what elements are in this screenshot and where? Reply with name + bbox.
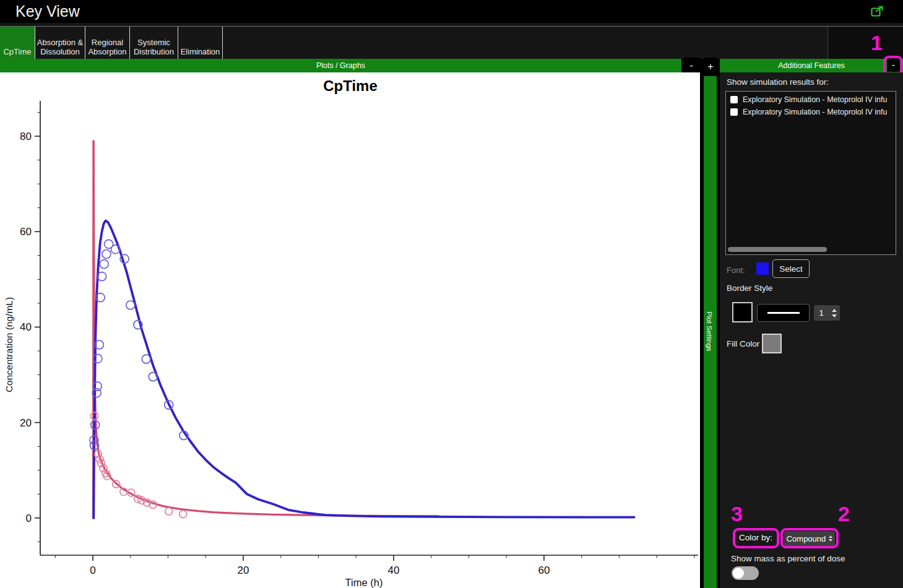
show-mass-label: Show mass as percent of dose xyxy=(731,554,845,563)
border-width-value: 1 xyxy=(814,305,829,321)
plots-graphs-header: Plots / Graphs xyxy=(0,59,681,72)
line-style-sample xyxy=(767,312,800,314)
svg-text:CpTime: CpTime xyxy=(323,77,378,94)
fill-color-label: Fill Color xyxy=(727,339,759,348)
show-results-label: Show simulation results for: xyxy=(727,77,829,87)
additional-features-title: Additional Features xyxy=(778,61,845,70)
svg-text:0: 0 xyxy=(90,564,95,576)
window-title: Key View xyxy=(15,2,80,20)
show-mass-toggle[interactable] xyxy=(732,566,759,580)
fill-color-swatch[interactable] xyxy=(762,334,782,353)
plots-graphs-title: Plots / Graphs xyxy=(316,61,365,70)
additional-features-header: Additional Features xyxy=(720,59,903,72)
svg-text:80: 80 xyxy=(20,131,32,142)
tab-regional-absorption[interactable]: Regional Absorption xyxy=(85,27,130,59)
font-label: Font: xyxy=(727,266,745,275)
cptime-chart: 0204060020406080CpTimeTime (h)Concentrat… xyxy=(0,72,700,588)
tab-systemic-distribution[interactable]: Systemic Distribution xyxy=(130,27,178,59)
svg-text:40: 40 xyxy=(20,321,32,333)
plot-settings-strip[interactable]: Plot Settings xyxy=(704,76,717,588)
simulation-list-item[interactable]: Exploratory Simulation - Metoprolol IV i… xyxy=(726,94,896,105)
svg-text:60: 60 xyxy=(20,226,32,238)
tab-bar: CpTime Absorption & Dissolution Regional… xyxy=(0,23,903,59)
border-color-swatch[interactable] xyxy=(732,302,753,322)
tab-elimination[interactable]: Elimination xyxy=(178,27,223,59)
svg-text:0: 0 xyxy=(26,512,32,524)
svg-text:60: 60 xyxy=(538,564,550,576)
svg-text:20: 20 xyxy=(20,417,32,429)
color-by-label: Color by: xyxy=(739,533,772,542)
tab-cptime[interactable]: CpTime xyxy=(0,27,35,59)
svg-text:Time (h): Time (h) xyxy=(345,577,383,588)
line-style-dropdown[interactable] xyxy=(757,304,810,322)
title-bar: Key View xyxy=(0,0,903,23)
additional-features-panel: Show simulation results for: Exploratory… xyxy=(720,72,903,588)
simulation-list-item[interactable]: Exploratory Simulation - Metoprolol IV i… xyxy=(726,106,896,118)
list-horizontal-scrollbar[interactable] xyxy=(728,247,894,252)
key-view-window: Key View CpTime Absorption & Dissolution… xyxy=(0,0,903,588)
font-color-swatch[interactable] xyxy=(756,262,769,275)
tab-absorption-dissolution[interactable]: Absorption & Dissolution xyxy=(35,27,85,59)
simulation-label: Exploratory Simulation - Metoprolol IV i… xyxy=(743,95,887,104)
plots-collapse-button[interactable]: - xyxy=(683,58,699,73)
toggle-knob xyxy=(733,568,744,579)
svg-text:Concentration (ng/mL): Concentration (ng/mL) xyxy=(4,297,14,392)
simulation-list: Exploratory Simulation - Metoprolol IV i… xyxy=(725,91,896,255)
spinner-up-icon[interactable] xyxy=(832,309,837,312)
svg-text:20: 20 xyxy=(238,564,249,576)
plot-pane: 0204060020406080CpTimeTime (h)Concentrat… xyxy=(0,72,700,588)
dropdown-updown-icon xyxy=(829,535,832,542)
color-by-value: Compound xyxy=(787,534,826,543)
simulation-label: Exploratory Simulation - Metoprolol IV i… xyxy=(743,108,887,116)
font-select-button[interactable]: Select xyxy=(772,259,810,278)
spinner-down-icon[interactable] xyxy=(832,314,837,318)
export-share-icon[interactable] xyxy=(871,6,884,20)
border-width-spinner[interactable]: 1 xyxy=(814,305,840,321)
additional-features-collapse-button[interactable]: - xyxy=(887,59,900,72)
annotation-number-3: 3 xyxy=(731,502,743,526)
scrollbar-thumb[interactable] xyxy=(728,247,827,252)
color-by-dropdown[interactable]: Compound xyxy=(784,531,835,546)
top-right-panel-area xyxy=(827,27,903,59)
annotation-number-1: 1 xyxy=(871,31,883,55)
annotation-number-2: 2 xyxy=(838,502,850,526)
border-style-label: Border Style xyxy=(727,283,772,293)
plot-settings-strip-label: Plot Settings xyxy=(706,311,713,352)
simulation-checkbox[interactable] xyxy=(730,108,738,116)
simulation-checkbox[interactable] xyxy=(730,96,738,103)
svg-text:40: 40 xyxy=(388,564,400,576)
plot-settings-expand-button[interactable]: + xyxy=(705,58,716,76)
